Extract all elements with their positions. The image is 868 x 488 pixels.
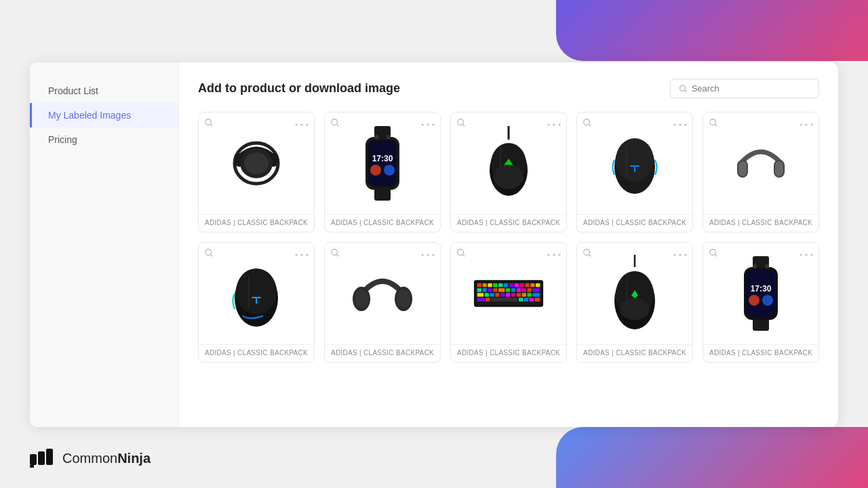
menu-icon-3[interactable] xyxy=(547,118,561,129)
product-label-1: ADIDAS | CLASSIC BACKPACK xyxy=(199,214,314,232)
menu-icon-5[interactable] xyxy=(800,118,813,129)
product-card-9[interactable]: ADIDAS | CLASSIC BACKPACK xyxy=(576,242,693,363)
bg-gradient-bottom xyxy=(556,427,868,488)
svg-line-13 xyxy=(336,124,338,126)
svg-rect-146 xyxy=(765,264,769,268)
zoom-icon-4[interactable] xyxy=(583,118,592,129)
svg-point-24 xyxy=(384,165,395,176)
menu-icon-10[interactable] xyxy=(800,248,813,259)
content-header: Add to product or download image xyxy=(198,79,819,98)
zoom-icon-6[interactable] xyxy=(204,248,214,260)
logo-icon xyxy=(30,449,57,468)
svg-point-126 xyxy=(679,254,682,256)
svg-rect-84 xyxy=(488,283,492,287)
sidebar-item-my-labeled-images[interactable]: My Labeled Images xyxy=(30,103,178,127)
search-icon xyxy=(679,84,688,94)
svg-point-51 xyxy=(811,124,813,126)
svg-rect-114 xyxy=(528,293,532,297)
svg-rect-145 xyxy=(753,264,757,268)
menu-icon-4[interactable] xyxy=(673,118,687,129)
svg-point-144 xyxy=(762,295,773,306)
menu-icon-8[interactable] xyxy=(547,248,561,259)
svg-rect-106 xyxy=(485,293,489,297)
bg-gradient-top xyxy=(556,0,868,61)
card-top-4 xyxy=(577,113,692,214)
card-top-9 xyxy=(577,243,692,344)
product-card-10[interactable]: 17:30 ADIDAS | CLASSIC BACKPACK xyxy=(703,242,819,363)
svg-rect-116 xyxy=(477,298,485,302)
svg-rect-101 xyxy=(517,288,521,292)
product-image-3 xyxy=(471,126,546,201)
svg-rect-98 xyxy=(498,288,505,292)
svg-rect-119 xyxy=(519,298,523,302)
svg-text:17:30: 17:30 xyxy=(372,154,393,163)
product-card-5[interactable]: ADIDAS | CLASSIC BACKPACK xyxy=(703,112,819,232)
svg-rect-111 xyxy=(511,293,515,297)
zoom-icon-1[interactable] xyxy=(204,118,214,129)
search-box[interactable] xyxy=(670,79,819,98)
svg-point-77 xyxy=(548,254,550,256)
svg-rect-141 xyxy=(746,270,776,317)
svg-point-78 xyxy=(553,254,555,256)
logo-text: CommonNinja xyxy=(62,451,151,466)
product-card-7[interactable]: ADIDAS | CLASSIC BACKPACK xyxy=(324,242,441,363)
card-top-8 xyxy=(451,243,566,344)
product-label-2: ADIDAS | CLASSIC BACKPACK xyxy=(325,214,440,232)
menu-icon-6[interactable] xyxy=(295,248,309,259)
svg-point-23 xyxy=(370,165,381,176)
svg-rect-55 xyxy=(775,161,783,176)
menu-icon-2[interactable] xyxy=(421,118,435,129)
svg-point-41 xyxy=(685,124,687,126)
zoom-icon-10[interactable] xyxy=(709,248,718,260)
svg-line-48 xyxy=(715,124,717,126)
zoom-icon-7[interactable] xyxy=(330,248,340,260)
product-label-9: ADIDAS | CLASSIC BACKPACK xyxy=(577,344,692,362)
svg-point-72 xyxy=(355,289,368,308)
svg-rect-104 xyxy=(532,288,540,292)
svg-marker-150 xyxy=(30,465,34,468)
product-card-2[interactable]: 17:30 ADIDAS | CLASSIC BACKPACK xyxy=(324,112,441,232)
menu-icon-1[interactable] xyxy=(295,118,309,129)
svg-rect-26 xyxy=(387,135,391,139)
svg-rect-139 xyxy=(753,319,769,331)
svg-rect-108 xyxy=(495,293,499,297)
sidebar-item-pricing[interactable]: Pricing xyxy=(30,127,178,152)
svg-point-15 xyxy=(427,124,429,126)
product-image-5 xyxy=(724,126,798,201)
menu-icon-9[interactable] xyxy=(673,248,687,259)
svg-rect-122 xyxy=(535,298,540,302)
product-card-1[interactable]: ADIDAS | CLASSIC BACKPACK xyxy=(198,112,315,232)
zoom-icon-5[interactable] xyxy=(709,118,718,129)
svg-point-59 xyxy=(301,254,303,256)
svg-point-136 xyxy=(806,254,808,256)
product-card-4[interactable]: ADIDAS | CLASSIC BACKPACK xyxy=(576,112,693,232)
svg-rect-148 xyxy=(38,451,45,465)
svg-point-70 xyxy=(433,254,435,256)
menu-icon-7[interactable] xyxy=(421,248,435,259)
svg-line-38 xyxy=(589,124,591,126)
svg-point-132 xyxy=(620,298,650,320)
product-card-3[interactable]: ADIDAS | CLASSIC BACKPACK xyxy=(450,112,567,232)
search-input[interactable] xyxy=(692,83,810,94)
svg-point-135 xyxy=(800,254,802,256)
svg-rect-96 xyxy=(488,288,492,292)
product-image-9 xyxy=(597,256,672,331)
product-card-6[interactable]: ADIDAS | CLASSIC BACKPACK xyxy=(198,242,315,363)
zoom-icon-2[interactable] xyxy=(330,118,340,129)
svg-point-58 xyxy=(296,254,298,256)
svg-rect-102 xyxy=(522,288,526,292)
zoom-icon-3[interactable] xyxy=(456,118,466,129)
sidebar-item-product-list[interactable]: Product List xyxy=(30,79,178,103)
svg-line-3 xyxy=(210,124,212,126)
product-image-2: 17:30 xyxy=(345,126,420,201)
svg-rect-94 xyxy=(477,288,481,292)
svg-point-30 xyxy=(553,124,555,126)
svg-rect-113 xyxy=(522,293,526,297)
product-card-8[interactable]: ADIDAS | CLASSIC BACKPACK xyxy=(450,242,567,363)
zoom-icon-8[interactable] xyxy=(456,248,466,260)
svg-rect-121 xyxy=(530,298,534,302)
svg-point-14 xyxy=(422,124,424,126)
svg-rect-100 xyxy=(511,288,515,292)
svg-rect-93 xyxy=(536,283,540,287)
zoom-icon-9[interactable] xyxy=(583,248,592,260)
